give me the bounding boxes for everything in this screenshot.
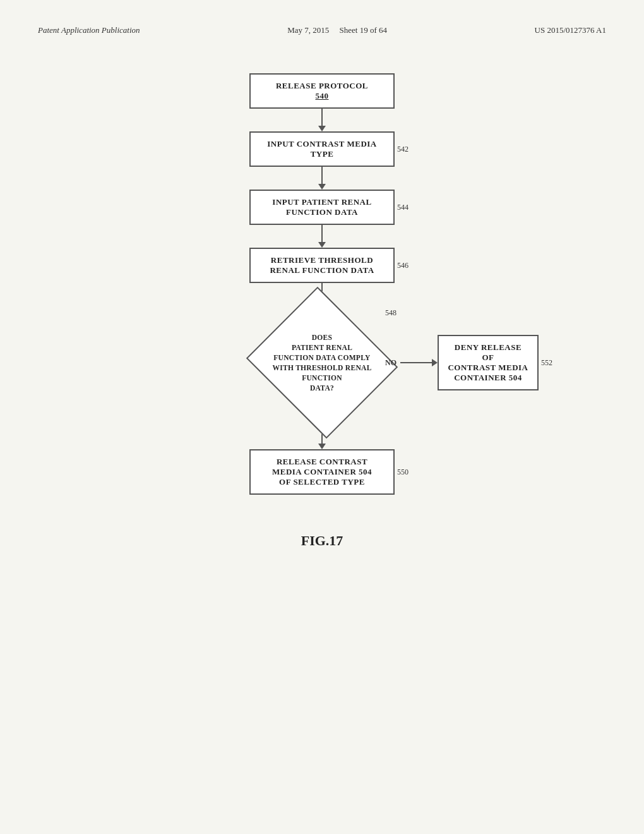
header-center: May 7, 2015 Sheet 19 of 64 <box>287 25 387 35</box>
arrow-1-head <box>318 126 326 131</box>
node-deny-line2: CONTRAST MEDIA <box>448 363 528 373</box>
no-arrow-line <box>400 362 432 363</box>
page-header: Patent Application Publication May 7, 20… <box>38 25 606 35</box>
node-release-protocol: RELEASE PROTOCOL 540 <box>249 73 395 109</box>
node-deny: DENY RELEASE OF CONTRAST MEDIA CONTAINER… <box>438 335 539 390</box>
page: Patent Application Publication May 7, 20… <box>0 0 644 834</box>
node-input-contrast: INPUT CONTRAST MEDIA TYPE <box>249 131 395 167</box>
node-deny-wrapper: DENY RELEASE OF CONTRAST MEDIA CONTAINER… <box>438 335 539 390</box>
arrow-1-line <box>321 109 323 126</box>
node-retrieve: RETRIEVE THRESHOLD RENAL FUNCTION DATA <box>249 248 395 283</box>
node-deny-label: 552 <box>541 358 552 368</box>
no-label: NO <box>385 358 397 368</box>
node-input-contrast-row: INPUT CONTRAST MEDIA TYPE 542 <box>101 131 543 167</box>
header-left: Patent Application Publication <box>38 25 140 35</box>
node-release-contrast-wrapper: RELEASE CONTRAST MEDIA CONTAINER 504 OF … <box>249 449 395 495</box>
node-retrieve-line1: RETRIEVE THRESHOLD <box>259 255 385 265</box>
arrow-1 <box>318 109 326 131</box>
diamond-row: DOES PATIENT RENAL FUNCTION DATA COMPLY … <box>101 306 543 420</box>
node-release-protocol-line1: RELEASE PROTOCOL <box>259 81 385 91</box>
diamond-line6: DATA? <box>272 383 371 393</box>
node-input-patient: INPUT PATIENT RENAL FUNCTION DATA <box>249 190 395 225</box>
node-retrieve-row: RETRIEVE THRESHOLD RENAL FUNCTION DATA 5… <box>101 248 543 283</box>
node-deny-line1: DENY RELEASE OF <box>448 342 528 363</box>
node-input-patient-line1: INPUT PATIENT RENAL <box>259 197 385 207</box>
node-release-contrast-line2: MEDIA CONTAINER 504 <box>259 467 385 477</box>
diamond-node: DOES PATIENT RENAL FUNCTION DATA COMPLY … <box>259 306 385 420</box>
diamond-line4: WITH THRESHOLD RENAL <box>272 363 371 373</box>
node-release-contrast-row: RELEASE CONTRAST MEDIA CONTAINER 504 OF … <box>101 449 543 495</box>
header-patent: US 2015/0127376 A1 <box>535 25 606 35</box>
diamond-label: 548 <box>385 308 397 318</box>
node-release-protocol-id: 540 <box>316 91 329 100</box>
node-release-contrast: RELEASE CONTRAST MEDIA CONTAINER 504 OF … <box>249 449 395 495</box>
node-release-protocol-wrapper: RELEASE PROTOCOL 540 <box>249 73 395 109</box>
figure-caption: FIG.17 <box>38 533 606 549</box>
arrow-2-line <box>321 167 323 184</box>
node-input-patient-label: 544 <box>397 203 408 212</box>
arrow-2 <box>318 167 326 190</box>
diagram-area: RELEASE PROTOCOL 540 INPUT CONTRAST MEDI… <box>38 73 606 495</box>
node-input-contrast-line2: TYPE <box>259 149 385 159</box>
arrow-5-head <box>318 444 326 449</box>
diamond-wrapper: DOES PATIENT RENAL FUNCTION DATA COMPLY … <box>259 306 385 420</box>
header-right: US 2015/0127376 A1 <box>535 25 606 35</box>
node-release-contrast-label: 550 <box>397 468 408 477</box>
node-input-contrast-line1: INPUT CONTRAST MEDIA <box>259 139 385 149</box>
node-release-contrast-line1: RELEASE CONTRAST <box>259 457 385 467</box>
node-input-patient-wrapper: INPUT PATIENT RENAL FUNCTION DATA 544 <box>249 190 395 225</box>
diamond-line5: FUNCTION <box>272 373 371 383</box>
diamond-text: DOES PATIENT RENAL FUNCTION DATA COMPLY … <box>263 332 380 394</box>
node-input-contrast-label: 542 <box>397 145 408 154</box>
arrow-3-head <box>318 242 326 248</box>
publication-label: Patent Application Publication <box>38 25 140 35</box>
diamond-line1: DOES <box>272 332 371 342</box>
node-retrieve-line2: RENAL FUNCTION DATA <box>259 265 385 275</box>
header-sheet: Sheet 19 of 64 <box>340 25 387 35</box>
node-input-patient-row: INPUT PATIENT RENAL FUNCTION DATA 544 <box>101 190 543 225</box>
arrow-3-line <box>321 225 323 242</box>
node-input-contrast-wrapper: INPUT CONTRAST MEDIA TYPE 542 <box>249 131 395 167</box>
no-arrowhead <box>432 359 438 366</box>
diamond-line3: FUNCTION DATA COMPLY <box>272 353 371 363</box>
arrow-2-head <box>318 184 326 190</box>
diamond-line2: PATIENT RENAL <box>272 342 371 353</box>
node-deny-line3: CONTAINER 504 <box>448 373 528 383</box>
node-release-contrast-line3: OF SELECTED TYPE <box>259 477 385 487</box>
header-date: May 7, 2015 <box>287 25 329 35</box>
node-retrieve-label: 546 <box>397 261 408 270</box>
node-retrieve-wrapper: RETRIEVE THRESHOLD RENAL FUNCTION DATA 5… <box>249 248 395 283</box>
node-input-patient-line2: FUNCTION DATA <box>259 207 385 217</box>
no-branch: NO DENY RELEASE OF CONTRAST MEDIA CONTAI… <box>385 335 539 390</box>
arrow-3 <box>318 225 326 248</box>
